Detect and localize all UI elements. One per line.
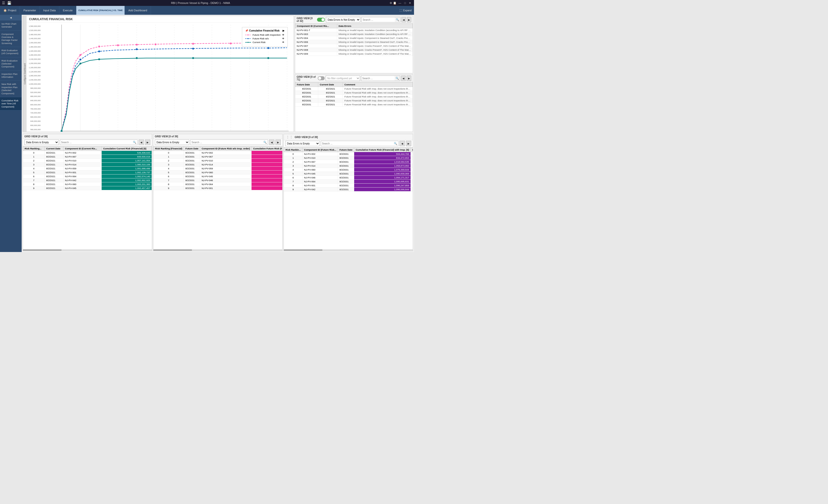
search-input-grid1[interactable]: [60, 140, 132, 145]
table-row[interactable]: 8/2/20318/2/2021Future Financial Risk wi…: [295, 95, 413, 99]
table-row[interactable]: NJ-PV-004Missing or invalid inputs: Comp…: [295, 36, 413, 40]
legend-eye-icon-1[interactable]: 👁: [282, 37, 285, 40]
table-row[interactable]: 68/2/2031NJ-PV-0451,565,233,549: [154, 174, 283, 178]
table-row[interactable]: 3NJ-PV-0148/2/20311,058,873,950: [284, 164, 413, 168]
table-row[interactable]: 98/2/2021NJ-PV-0451,093,457,457: [23, 186, 152, 190]
prev-arrow-bottom-right[interactable]: ◀: [401, 76, 406, 81]
table-row[interactable]: 4NJ-PV-0608/2/20311,079,369,644: [284, 168, 413, 172]
maximize-icon[interactable]: □: [403, 1, 407, 4]
sidebar-item-iso-risk[interactable]: Iso-Risk Chart Generator: [0, 20, 22, 31]
sidebar-item-inspection-plan[interactable]: Inspection Plan Information: [0, 71, 22, 81]
legend-expand-icon[interactable]: ▶: [283, 29, 285, 32]
sidebar-item-risk-eval-selected[interactable]: Risk Evaluation (Selected Component): [0, 57, 22, 71]
table-row[interactable]: 18/2/2031NJ-PV-0671,123,432,394: [154, 155, 283, 159]
sidebar-item-new-risk[interactable]: New Risk with Inspection Plan (Selected …: [0, 81, 22, 97]
search-icon-bottom-right[interactable]: 🔍: [395, 77, 400, 80]
table-row[interactable]: 7NJ-PV-0648/2/20311,095,695,631: [284, 180, 413, 183]
table-row[interactable]: NJ-PV-009Missing or invalid inputs: Crac…: [295, 52, 413, 56]
sidebar-item-risk-eval-all[interactable]: Risk Evaluation (All Component): [0, 47, 22, 57]
minimize-icon[interactable]: —: [398, 1, 402, 4]
sidebar-item-component-overview[interactable]: Component Overview & Damage Factor Scree…: [0, 31, 22, 47]
table-row[interactable]: 78/2/2031NJ-PV-0461,568,474,796: [154, 178, 283, 182]
filter-select-grid1[interactable]: Data Errors is Empty: [25, 139, 59, 145]
search-icon-grid3[interactable]: 🔍: [393, 142, 398, 145]
filter-select-top[interactable]: Data Errors Is Not Empty: [326, 17, 360, 23]
expand-button[interactable]: ⛶ Expand: [397, 6, 414, 15]
table-row[interactable]: 58/2/2031NJ-PV-0601,553,673,123: [154, 171, 283, 174]
table-row[interactable]: 1NJ-PV-0108/2/2031834,472,653: [284, 156, 413, 160]
nav-input-data[interactable]: Input Data: [40, 6, 59, 15]
table-row[interactable]: NJ-PV-003Missing or invalid inputs: Insu…: [295, 32, 413, 36]
scrollbar-grid1[interactable]: [23, 249, 152, 251]
filter-select-bottom-right[interactable]: No filter configured yet: [326, 76, 360, 81]
configure-dashboard-label[interactable]: Configure Dashboard: [23, 16, 27, 132]
table-row[interactable]: 9NJ-PV-0428/2/20311,096,566,644: [284, 187, 413, 192]
menu-icon[interactable]: ☰: [2, 1, 5, 5]
table-row[interactable]: 28/2/2021NJ-PV-0101,057,141,054: [23, 159, 152, 163]
search-input-grid2[interactable]: [191, 140, 262, 145]
search-input-bottom-right[interactable]: [361, 76, 395, 81]
table-row[interactable]: 58/2/2021NJ-PV-0011,092,139,737: [23, 171, 152, 174]
toggle-on[interactable]: [317, 18, 325, 22]
search-input-top[interactable]: [362, 17, 395, 22]
sidebar-toggle[interactable]: ◀: [0, 15, 22, 20]
filter-select-grid2[interactable]: Data Errors is Empty: [155, 139, 189, 145]
search-icon-top[interactable]: 🔍: [395, 18, 400, 22]
prev-grid2[interactable]: ◀: [269, 139, 275, 145]
table-row[interactable]: NJ-PV-006Missing or invalid inputs: Comp…: [295, 40, 413, 44]
next-grid3[interactable]: ▶: [406, 141, 411, 146]
close-icon[interactable]: ✕: [408, 1, 412, 5]
table-row[interactable]: 08/2/2031NJ-PV-002781,809,321: [154, 151, 283, 155]
toggle-switch-top[interactable]: [317, 18, 325, 22]
table-row[interactable]: 8/2/20318/2/2021Future Financial Risk wi…: [295, 87, 413, 91]
table-row[interactable]: 38/2/2021NJ-PV-0141,080,310,106: [23, 163, 152, 167]
table-row[interactable]: NJ-PV-001-TMissing or invalid inputs: In…: [295, 28, 413, 32]
table-row[interactable]: 48/2/2021NJ-PV-0591,091,688,496: [23, 167, 152, 171]
save-icon[interactable]: 💾: [7, 1, 11, 5]
nav-add-dashboard[interactable]: Add Dashboard: [125, 6, 151, 15]
table-row[interactable]: 8NJ-PV-0018/2/20311,096,247,859: [284, 183, 413, 187]
nav-project[interactable]: 🏠 Project: [0, 6, 20, 15]
scrollbar-grid2[interactable]: [153, 249, 282, 251]
table-row[interactable]: 48/2/2031NJ-PV-0591,533,177,430: [154, 167, 283, 171]
copy-icon[interactable]: 📋: [393, 1, 397, 5]
table-row[interactable]: 8/2/20318/2/2021Future Financial Risk wi…: [295, 102, 413, 107]
nav-execute[interactable]: Execute: [59, 6, 76, 15]
settings-icon[interactable]: ⚙: [389, 1, 392, 5]
table-row[interactable]: 88/2/2021NJ-PV-0601,093,201,383: [23, 182, 152, 186]
table-row[interactable]: 0NJ-PV-0028/2/2031504,444,766: [284, 152, 413, 156]
prev-arrow-top[interactable]: ◀: [402, 17, 406, 23]
legend-eye-icon-2[interactable]: 👁: [282, 41, 285, 44]
filter-select-grid3[interactable]: Data Errors is Empty: [285, 141, 320, 146]
prev-grid1[interactable]: ◀: [138, 139, 144, 145]
table-row[interactable]: 68/2/2021NJ-PV-0641,092,574,140: [23, 174, 152, 178]
table-row[interactable]: 78/2/2021NJ-PV-0421,092,892,925: [23, 178, 152, 182]
table-row[interactable]: NJ-PV-007Missing or invalid inputs: Crac…: [295, 44, 413, 48]
next-grid1[interactable]: ▶: [145, 139, 151, 145]
table-row[interactable]: 6NJ-PV-0468/2/20311,094,171,317: [284, 176, 413, 180]
table-row[interactable]: 8/2/20318/2/2021Future Financial Risk wi…: [295, 99, 413, 102]
scrollbar-grid3[interactable]: [284, 249, 413, 251]
search-icon-grid2[interactable]: 🔍: [262, 141, 268, 144]
nav-cumulative-risk[interactable]: CUMULATIVE RISK (FINANCIAL) VS. TIME: [76, 6, 125, 15]
table-row[interactable]: 8/2/20318/2/2021Future Financial Risk wi…: [295, 91, 413, 95]
table-row[interactable]: 98/2/2031NJ-PV-0011,570,551,339: [154, 186, 283, 190]
table-row[interactable]: 2NJ-PV-0678/2/20311,018,584,535: [284, 160, 413, 164]
nav-parameter[interactable]: Parameter: [20, 6, 40, 15]
legend-eye-icon-0[interactable]: 👁: [282, 34, 285, 36]
next-grid2[interactable]: ▶: [276, 139, 281, 145]
table-row[interactable]: 5NJ-PV-0458/2/20311,090,930,069: [284, 172, 413, 176]
table-row[interactable]: 38/2/2031NJ-PV-0141,493,749,696: [154, 163, 283, 167]
search-icon-grid1[interactable]: 🔍: [132, 141, 137, 144]
table-row[interactable]: 88/2/2031NJ-PV-0641,569,999,111: [154, 182, 283, 186]
table-row[interactable]: 08/2/2021NJ-PV-002549,308,643: [23, 151, 152, 155]
next-arrow-top[interactable]: ▶: [407, 17, 411, 23]
sidebar-item-cumulative-risk[interactable]: Cumulative Risk over Time (All Component…: [0, 97, 22, 111]
table-row[interactable]: 28/2/2031NJ-PV-0101,453,460,281: [154, 159, 283, 163]
table-row[interactable]: NJ-PV-008Missing or invalid inputs: Crac…: [295, 48, 413, 52]
next-arrow-bottom-right[interactable]: ▶: [407, 76, 411, 81]
toggle-off-bottom[interactable]: [318, 76, 324, 80]
table-row[interactable]: 18/2/2021NJ-PV-067849,500,019: [23, 155, 152, 159]
prev-grid3[interactable]: ◀: [400, 141, 405, 146]
search-input-grid3[interactable]: [321, 141, 393, 146]
